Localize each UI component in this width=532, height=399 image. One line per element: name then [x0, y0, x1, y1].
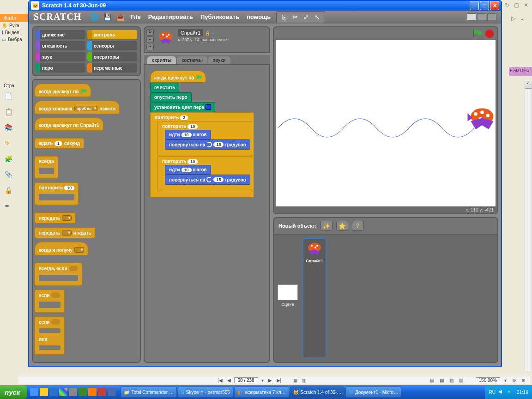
script-repeat-outer[interactable]: повторить3 повторить10 идти10шагов повер…	[150, 112, 254, 198]
color-swatch[interactable]	[206, 104, 211, 110]
surprise-sprite-button[interactable]: ？	[352, 221, 364, 231]
script-repeat-inner1[interactable]: повторить10 идти10шагов повернуться на15…	[157, 121, 252, 156]
page-dropdown[interactable]: ▾	[260, 378, 265, 383]
bg-right-sidebar-tab[interactable]: F AD RMS	[509, 67, 532, 76]
ql-icon[interactable]	[98, 388, 106, 396]
script-area[interactable]: когда щелкнут по очистить опустить перо …	[144, 64, 270, 363]
bg-side-icon[interactable]: 📎	[5, 171, 14, 180]
view-icon[interactable]: ▥	[301, 378, 308, 383]
block-broadcast-wait[interactable]: передать и ждать	[35, 227, 96, 238]
next-page-button[interactable]: ▶	[267, 378, 273, 383]
sprite-name[interactable]: Спрайт1	[178, 29, 203, 36]
globe-icon[interactable]: 🌐	[90, 12, 99, 22]
green-flag-button[interactable]	[472, 29, 483, 38]
rotate-mode-btn[interactable]: ↻	[146, 29, 154, 36]
cat-variables[interactable]: переменные	[87, 63, 137, 73]
block-forever[interactable]: всегда	[35, 156, 58, 179]
lock-icon[interactable]: 🔒	[205, 31, 210, 36]
bg-scrollbar[interactable]: ⌃	[525, 81, 532, 371]
task-item[interactable]: 🐱Scratch 1.4 of 30-…	[290, 387, 345, 398]
menu-edit[interactable]: Редактировать	[146, 13, 195, 20]
bg-top-close-icon[interactable]: ✕	[524, 2, 528, 8]
grow-icon[interactable]: ⤢	[302, 12, 311, 22]
cat-sound[interactable]: звук	[36, 52, 85, 61]
bg-tool-choose[interactable]: ▭Выбра	[0, 36, 28, 43]
cat-control[interactable]: контроль	[87, 30, 137, 39]
script-pendown[interactable]: опустить перо	[150, 92, 192, 102]
zoom-out-button[interactable]: ⊖	[511, 378, 517, 383]
layout-icon[interactable]: ▦	[438, 378, 445, 383]
ql-icon[interactable]	[49, 388, 58, 396]
lang-indicator[interactable]: RU	[489, 390, 496, 395]
task-item[interactable]: ◧Інформатика 7 кл…	[234, 387, 289, 398]
script-repeat-inner2[interactable]: повторить10 идти10шагов повернуться на15…	[157, 156, 252, 191]
block-wait[interactable]: ждать1секунд	[35, 138, 84, 149]
task-item[interactable]: 📁Total Commander …	[121, 387, 177, 398]
minimize-button[interactable]: _	[470, 1, 479, 10]
choose-sprite-button[interactable]: ⭐	[336, 221, 348, 231]
bg-side-lock-icon[interactable]: 🔒	[5, 187, 14, 196]
ql-icon[interactable]	[30, 388, 38, 396]
stage-sprite[interactable]	[466, 105, 496, 136]
stamp-icon[interactable]: ⎘	[279, 12, 289, 22]
block-broadcast[interactable]: передать	[35, 212, 76, 224]
tab-costumes[interactable]: костюмы	[177, 56, 207, 64]
block-forever-if[interactable]: всегда, если	[35, 263, 82, 286]
layout-icon[interactable]: ▥	[448, 378, 455, 383]
paint-sprite-button[interactable]: ✨	[320, 221, 332, 231]
script-setcolor[interactable]: установить цвет пера	[150, 102, 215, 112]
first-page-button[interactable]: |◀	[216, 378, 224, 383]
block-if[interactable]: если	[35, 290, 65, 313]
block-when-key[interactable]: когда клавишапробелнажата	[35, 101, 120, 114]
zoom-in-button[interactable]: ⊕	[520, 378, 526, 383]
chevron-up-icon[interactable]: ⌃	[525, 81, 532, 89]
titlebar[interactable]: 🐱 Scratch 1.4 of 30-Jun-09 _ □ ✕	[29, 1, 501, 11]
stage-thumbnail[interactable]	[278, 284, 298, 300]
bg-caret-icon[interactable]: ⌄	[520, 15, 525, 22]
bg-play-icon[interactable]: ▷	[511, 15, 516, 22]
system-tray[interactable]: RU ◀ ● 21:19	[485, 385, 532, 399]
layout-icon[interactable]: ▤	[429, 378, 435, 383]
bg-top-icon[interactable]: ↻	[505, 2, 509, 8]
tab-sounds[interactable]: звуки	[208, 56, 230, 64]
rotate-mode-btn[interactable]: •	[146, 44, 154, 50]
cat-pen[interactable]: перо	[36, 63, 85, 73]
bg-side-icon[interactable]: ✎	[5, 139, 14, 149]
ql-icon[interactable]	[40, 388, 48, 396]
bg-top-icon[interactable]: ▢	[514, 2, 519, 8]
viewmode-present[interactable]	[487, 13, 496, 21]
zoom-level[interactable]: 150.00%	[476, 377, 500, 383]
rotate-mode-btn[interactable]: ↔	[146, 36, 154, 43]
close-button[interactable]: ✕	[490, 1, 499, 10]
menu-help[interactable]: помощь	[245, 13, 272, 20]
bg-tool-select[interactable]: IВыдел	[0, 29, 28, 36]
view-icon[interactable]: ▦	[292, 378, 299, 383]
block-repeat[interactable]: повторить10	[35, 182, 79, 205]
tray-icon[interactable]: ◀	[498, 389, 505, 395]
bg-side-icon[interactable]: ✒	[5, 202, 14, 212]
script-turn-cw[interactable]: повернуться на15градусов	[165, 175, 250, 185]
cat-looks[interactable]: внешность	[36, 41, 85, 50]
maximize-button[interactable]: □	[480, 1, 489, 10]
save-icon[interactable]: 💾	[103, 12, 112, 22]
bg-side-icon[interactable]: 📚	[5, 124, 14, 133]
ql-icon[interactable]	[59, 388, 67, 396]
viewmode-small[interactable]	[467, 13, 476, 21]
cat-operators[interactable]: операторы	[87, 52, 137, 61]
bg-side-icon[interactable]: 📄	[5, 92, 14, 102]
ql-icon[interactable]	[108, 388, 116, 396]
last-page-button[interactable]: ▶|	[275, 378, 283, 383]
script-move[interactable]: идти10шагов	[165, 165, 211, 175]
stop-button[interactable]	[485, 30, 494, 38]
menu-share[interactable]: Публиковать	[199, 13, 241, 20]
task-item[interactable]: WДокумент1 - Micro…	[345, 387, 401, 398]
stage[interactable]	[276, 40, 496, 206]
script-move[interactable]: идти10шагов	[165, 130, 211, 139]
share-icon[interactable]: 📤	[115, 12, 125, 22]
viewmode-normal[interactable]	[477, 13, 486, 21]
task-item[interactable]: SSkype™ - bermar555	[178, 387, 233, 398]
page-input[interactable]	[234, 377, 258, 383]
shrink-icon[interactable]: ⤡	[313, 12, 322, 22]
ql-icon[interactable]	[69, 388, 77, 396]
ql-icon[interactable]	[88, 388, 97, 396]
